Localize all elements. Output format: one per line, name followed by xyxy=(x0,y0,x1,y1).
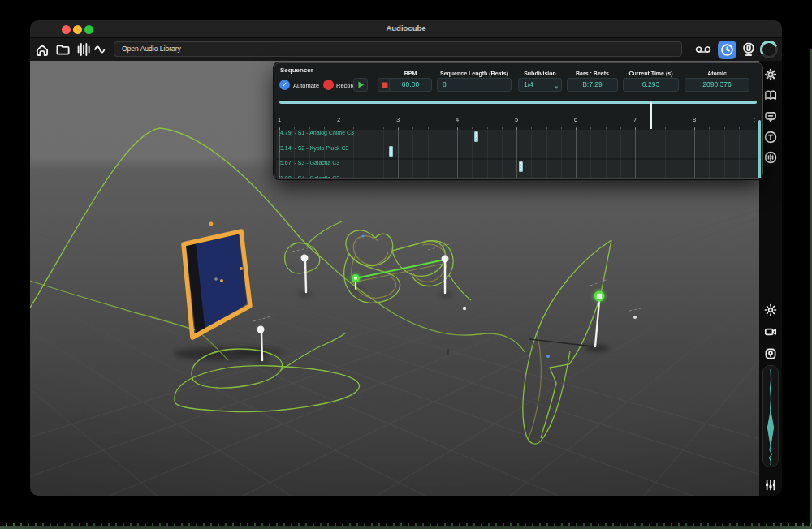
playhead[interactable] xyxy=(650,102,652,129)
bpm-label: BPM xyxy=(389,71,432,76)
source-pin-ball[interactable] xyxy=(442,256,449,263)
sequencer-note[interactable] xyxy=(474,131,478,142)
gain-knob[interactable] xyxy=(758,39,780,60)
subdivision-label: Subdivision xyxy=(518,71,562,76)
bpm-value[interactable]: 60.00 xyxy=(389,78,432,92)
spatial-map-icon[interactable] xyxy=(764,347,777,360)
track-label: [1.00] - S4 - Galactia C3 xyxy=(279,175,339,180)
bars-beats-label: Bars : Beats xyxy=(567,71,618,76)
source-pin-ball[interactable] xyxy=(257,326,265,333)
automate-label: Automate xyxy=(293,82,319,89)
ruler-number: : xyxy=(754,116,755,123)
current-time-value: 6.293 xyxy=(623,78,679,92)
distant-pin xyxy=(633,316,637,319)
audio-path-curves-olive xyxy=(352,236,542,438)
folder-icon[interactable] xyxy=(54,41,71,58)
track-list: [4.79] - S1 - Analog Chime C3 [3.14] - S… xyxy=(276,128,758,179)
distant-pin xyxy=(463,307,466,310)
bars-beats-field: Bars : Beats B:7.29 xyxy=(567,63,618,93)
subdivision-value: 1/4 xyxy=(524,80,533,88)
comment-bubble-icon[interactable] xyxy=(764,110,777,123)
audio-levels-icon[interactable] xyxy=(75,41,93,58)
sequence-length-value[interactable]: 8 xyxy=(437,78,512,92)
ruler-number: 8 xyxy=(693,116,696,123)
track-lane[interactable]: [3.14] - S2 - Kyoto Pluck C3 xyxy=(276,144,758,158)
ruler-number: 7 xyxy=(633,116,637,123)
source-pin-ball[interactable] xyxy=(301,255,309,262)
track-label: [5.67] - S3 - Galactia C3 xyxy=(279,160,339,166)
ruler-number: 3 xyxy=(396,116,400,123)
timer-clock-button[interactable] xyxy=(718,41,736,59)
selected-speaker-panel[interactable] xyxy=(184,231,250,338)
ruler-number: 4 xyxy=(456,116,459,123)
current-time-field: Current Time (s) 6.293 xyxy=(623,63,679,93)
ruler-number: 6 xyxy=(574,116,577,123)
sine-wave-icon[interactable] xyxy=(92,41,110,58)
subdivision-dropdown[interactable]: 1/4▾ xyxy=(518,78,562,92)
ruler-number: 5 xyxy=(515,116,518,123)
sequence-length-label: Sequence Length (Beats) xyxy=(437,71,512,76)
track-label: [4.79] - S1 - Analog Chime C3 xyxy=(279,130,354,135)
ruler-number: 1 xyxy=(278,116,281,123)
camera-icon[interactable] xyxy=(764,325,777,338)
sequence-length-field: Sequence Length (Beats) 8 xyxy=(437,63,512,93)
path-segment-line[interactable] xyxy=(356,260,445,278)
atomic-value: 2090.376 xyxy=(685,78,749,92)
bpm-field: BPM 60.00 xyxy=(389,63,432,93)
toolbar: Open Audio Library xyxy=(30,38,782,61)
track-label: [3.14] - S2 - Kyoto Pluck C3 xyxy=(279,145,348,151)
sequencer-vertical-scrollbar[interactable] xyxy=(758,120,762,178)
current-time-label: Current Time (s) xyxy=(623,71,679,76)
titlebar[interactable]: Audiocube xyxy=(30,20,782,38)
play-button[interactable] xyxy=(353,78,368,92)
subdivision-field: Subdivision 1/4▾ xyxy=(518,63,562,93)
home-icon[interactable] xyxy=(33,41,51,58)
automate-checkbox[interactable]: ✓ xyxy=(279,80,290,90)
atomic-field: Atomic 2090.376 xyxy=(685,63,749,93)
bars-beats-value: B:7.29 xyxy=(567,78,618,92)
mixer-icon[interactable] xyxy=(764,479,777,492)
library-book-icon[interactable] xyxy=(764,89,777,102)
track-lane[interactable]: [4.79] - S1 - Analog Chime C3 xyxy=(276,130,758,144)
sequencer-panel: Sequencer ✓ Automate Record BPM 60.00 Se… xyxy=(274,62,763,179)
master-waveform[interactable] xyxy=(762,365,779,467)
light-sun-icon[interactable] xyxy=(764,303,777,316)
sequencer-note[interactable] xyxy=(519,161,523,172)
microphone-icon[interactable] xyxy=(740,41,758,58)
atomic-label: Atomic xyxy=(685,71,749,76)
chevron-down-icon: ▾ xyxy=(555,81,558,93)
track-lane[interactable]: [5.67] - S3 - Galactia C3 xyxy=(276,160,758,174)
audio-eq-icon[interactable] xyxy=(764,151,777,164)
open-audio-library-button[interactable]: Open Audio Library xyxy=(114,41,682,57)
track-lane[interactable]: [1.00] - S4 - Galactia C3 xyxy=(276,174,758,179)
sequencer-title: Sequencer xyxy=(280,67,313,74)
beat-ruler[interactable]: 1 2 3 4 5 6 7 8 : xyxy=(276,116,760,126)
floor-grid xyxy=(30,153,759,496)
screen: Audiocube Open Audio Library xyxy=(0,0,812,529)
desktop-strip xyxy=(0,526,812,529)
text-tool-icon[interactable] xyxy=(764,131,777,144)
window-title: Audiocube xyxy=(30,24,782,32)
ruler-number: 2 xyxy=(337,116,340,123)
settings-gear-icon[interactable] xyxy=(764,68,777,81)
voicemail-icon[interactable] xyxy=(694,41,712,58)
timeline-scrollbar[interactable] xyxy=(279,101,757,104)
helper-dashes xyxy=(253,243,641,321)
record-toggle[interactable] xyxy=(323,80,334,90)
sequencer-note[interactable] xyxy=(389,146,393,157)
